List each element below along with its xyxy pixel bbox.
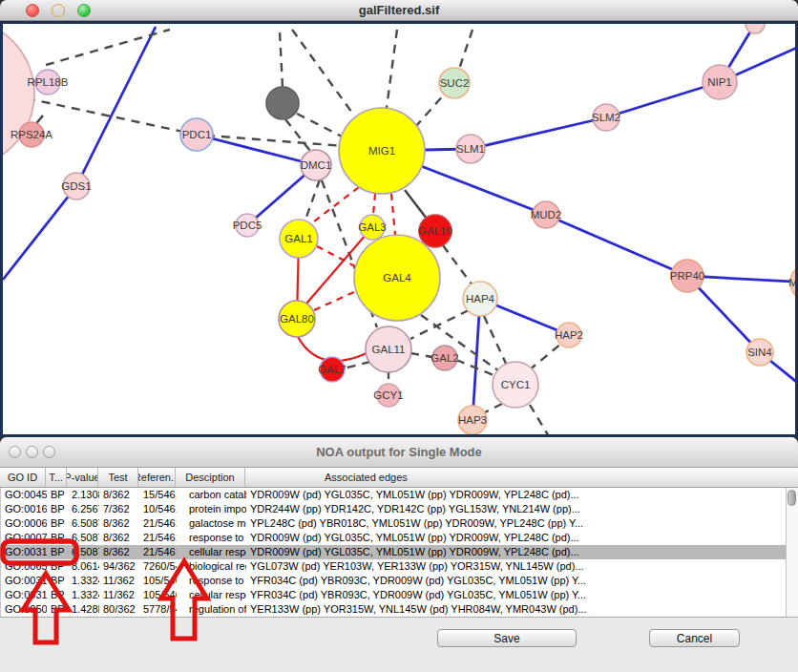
node-label-RPS24A: RPS24A [10,129,52,140]
cell: 105/546... [139,588,177,602]
cell: 6.5087... [68,516,99,531]
edge-pd [280,32,283,87]
traffic-lights-inactive [9,446,55,458]
edge-pd [285,119,310,151]
table-row[interactable]: GO:0007...BP6.5087...8/36221/54615respon… [1,531,786,545]
edge-pd [46,30,170,65]
cell: 10/54615 [139,502,177,516]
edge-pp [472,299,480,420]
cell: BP [47,531,68,545]
cell: 1.3324... [68,574,99,588]
save-button[interactable]: Save [437,629,577,647]
cell: BP [47,602,68,617]
table-row[interactable]: GO:0016...BP6.2567...7/36210/54615protei… [1,502,786,516]
table-row[interactable]: GO:0045...BP2.1308...8/36215/54615carbon… [1,488,786,502]
node-label-DMC1: DMC1 [301,159,332,171]
edge-pd [484,316,507,366]
cell: 8/362 [99,516,139,531]
column-header-t-[interactable]: T... [46,468,67,487]
edge-pd [297,114,344,137]
cell: BP [47,559,68,574]
table-body: GO:0045...BP2.1308...8/36215/54615carbon… [0,488,786,617]
cell: GO:0045... [1,488,47,502]
edge-pd [304,179,320,222]
table-row[interactable]: GO:0031...BP1.3324...11/362105/546...res… [1,574,786,588]
cell: cellular respons... [177,545,246,559]
node-label-MIG1: MIG1 [368,145,395,157]
edge-pd [344,362,370,368]
node-unnamed-top[interactable] [746,24,765,33]
network-canvas[interactable]: RPL18BRPS24AGDS1PDC1MIG1SUC2SLM1SLM2NIP1… [0,21,798,437]
cell: GO:0006... [1,516,47,531]
desktop: galFiltered.sif RPL18BRPS24AGDS1PDC1MIG1… [0,0,798,672]
node-label-GAL3: GAL3 [358,221,386,233]
column-header-associated-edges[interactable]: Associated edges [245,468,786,487]
cell: 105/546... [139,574,177,588]
column-header-label: Associated edges [325,472,408,483]
cell: 1.428E... [68,602,99,617]
cell: protein import i... [177,502,246,516]
table-row[interactable]: GO:0006...BP6.5087...8/36221/54615galact… [1,516,786,531]
table-row[interactable]: GO:0065...BP8.0614...94/3627260/54...bio… [1,559,786,574]
zoom-button[interactable] [43,446,55,458]
cell: 21/54615 [139,531,177,545]
noa-window: NOA output for Single Mode GO IDT...P-va… [0,437,798,672]
node-label-MSN: MSN [788,277,795,288]
node-label-GDS1: GDS1 [61,180,91,192]
node-label-GAL7: GAL7 [318,364,346,375]
graph-window-titlebar[interactable]: galFiltered.sif [0,0,798,21]
close-button[interactable] [26,4,39,17]
cell: GO:0016... [1,502,47,516]
node-label-GAL2: GAL2 [430,352,458,364]
node-label-SLM1: SLM1 [456,143,485,155]
table-row[interactable]: GO:0031...BP1.3324...11/362105/546...cel… [1,588,786,602]
node-label-HAP4: HAP4 [466,293,495,304]
cell: YDR244W (pp) YDR142C, YDR142C (pp) YGL15… [246,502,786,516]
cell: response to nut... [177,574,246,588]
cell: 1.3324... [68,588,99,602]
edge-pd [530,405,550,434]
node-unnamed-gray[interactable] [266,87,299,119]
node-label-SLM2: SLM2 [592,112,620,123]
scrollbar-thumb[interactable] [788,490,796,506]
column-header-p-value[interactable]: P-value [67,468,98,487]
node-label-GAL1: GAL1 [284,233,312,244]
cancel-button[interactable]: Cancel [649,629,740,647]
noa-window-titlebar[interactable]: NOA output for Single Mode [0,437,798,468]
node-label-PRP40: PRP40 [670,270,704,282]
cell: regulation of bi... [177,602,246,617]
cell: 80/362 [99,602,139,617]
network-svg: RPL18BRPS24AGDS1PDC1MIG1SUC2SLM1SLM2NIP1… [3,24,795,434]
table-header: GO IDT...P-valueTestReferen...Desciption… [0,468,798,488]
cell: YDR009W (pd) YGL035C, YML051W (pp) YDR00… [246,488,786,502]
table-bottom-border [0,617,798,618]
close-button[interactable] [9,446,21,458]
node-label-MUD2: MUD2 [531,209,562,220]
zoom-button[interactable] [77,4,91,17]
edge-red_dash [391,194,395,235]
column-header-test[interactable]: Test [98,468,138,487]
column-header-go-id[interactable]: GO ID [0,468,46,487]
node-label-NIP1: NIP1 [707,76,732,88]
cell: 8/362 [99,531,139,545]
node-label-SUC2: SUC2 [440,77,470,89]
cell: YDR009W (pd) YGL035C, YML051W (pp) YDR00… [246,531,786,545]
cell: BP [47,588,68,602]
column-header-label: Referen... [138,472,176,483]
edge-pd [529,344,561,370]
cell: 6.5087... [68,545,99,559]
column-header-referen-[interactable]: Referen... [138,468,176,487]
column-header-desciption[interactable]: Desciption [176,468,245,487]
column-header-label: Test [108,472,127,483]
node-label-SIN4: SIN4 [747,346,772,358]
minimize-button[interactable] [52,4,65,17]
cell: response to nut... [177,531,246,545]
table-row[interactable]: GO:0031...BP6.5087...8/36221/54615cellul… [1,545,786,559]
minimize-button[interactable] [26,446,38,458]
vertical-scrollbar[interactable] [786,488,798,617]
table-row[interactable]: GO:0050...BP1.428E...80/3625778/54...reg… [1,602,786,617]
cell: carbon cataboli... [177,488,246,502]
cell: 6.2567... [68,502,99,516]
edge-pd [410,353,432,357]
edge-dark [405,190,427,219]
